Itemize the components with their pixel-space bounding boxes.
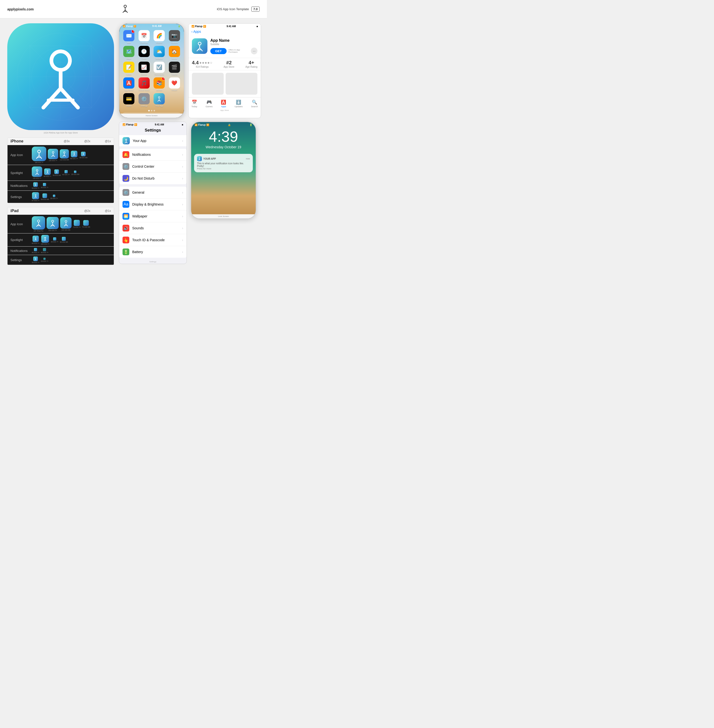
home-app-yourapp[interactable]: Your App: [153, 93, 166, 107]
home-app-clock[interactable]: 🕐 Clock: [138, 46, 151, 60]
ipad-settings-29: [44, 258, 46, 260]
as-nav-today[interactable]: 📅 Today: [191, 99, 197, 108]
iphone-header: iPhone @3x @2x @1x: [8, 138, 114, 145]
big-app-icon: [7, 23, 114, 130]
home-app-photos[interactable]: 🌈 Photos: [153, 30, 166, 44]
yourapp-home-label: Your App: [155, 105, 163, 107]
back-label: Apps: [194, 30, 201, 33]
rating-value: 4.4: [192, 60, 199, 66]
rank-item: #2 App Store: [224, 60, 234, 68]
screenshot-1: [192, 73, 224, 95]
settings-panel: 📶 Flarup 🛜 9:41 AM ■ Settings Your App ›: [119, 122, 187, 264]
appstore-status-bar: 📶 Flarup 🛜 9:41 AM ■: [189, 24, 261, 28]
home-app-mail[interactable]: ✉️ 1 Mail: [122, 30, 136, 44]
svg-point-23: [52, 152, 54, 153]
icon-item: 58 iOS 5/6: [80, 152, 87, 158]
dnd-icon-box: 🌙: [123, 175, 129, 182]
general-label: General: [132, 191, 179, 194]
settings-yourapp-row[interactable]: Your App ›: [119, 135, 187, 146]
appstore-subtitle: Subtitle: [210, 43, 257, 46]
ipad-spotlight-80: [33, 236, 39, 242]
clock-label: Clock: [142, 57, 147, 60]
notif-more: Press for more: [197, 167, 250, 170]
as-nav-games[interactable]: 🎮 Games: [206, 99, 213, 108]
touchid-icon-box: 👆: [123, 237, 129, 243]
dock: 📞 🧭 💬 🎵: [121, 113, 182, 114]
home-app-calendar[interactable]: 📅 Calendar: [138, 30, 151, 44]
settings-notifications-row[interactable]: 🔔 Notifications ›: [119, 149, 187, 161]
home-app-wallet[interactable]: 💳 Wallet: [122, 93, 136, 107]
get-button[interactable]: GET: [210, 48, 226, 54]
page-dots: [119, 109, 184, 113]
as-time: 9:41 AM: [226, 25, 236, 28]
chevron-right-icon: ›: [182, 139, 183, 143]
lock-screen-label: Lock Screen: [191, 214, 256, 218]
home-app-notes[interactable]: 📝 Notes: [122, 62, 136, 75]
left-panel: 1024 Retina App Icon for App Store iPhon…: [7, 23, 114, 269]
apps-nav-icon: 🅰️: [221, 99, 226, 105]
settings-status-bar: 📶 Flarup 🛜 9:41 AM ■: [119, 122, 187, 127]
settings-touchid-row[interactable]: 👆 Touch ID & Passcode ›: [119, 234, 187, 246]
reminders-icon: ☑️: [154, 62, 165, 73]
ipad-notif-icons: 40 iOS 7+ 40 iOS 7+: [32, 248, 111, 253]
home-app-appstore[interactable]: 🅰️ App Store: [122, 77, 136, 91]
iphone-spotlight-row: Spotlight 130 iOS 7+ 80 iOS 7+: [8, 165, 114, 181]
ipad-icon-item: 152 iOS 7+: [46, 217, 59, 231]
settings-group-2: ⚙️ General › Aa Display & Brightness › 🌅…: [119, 187, 187, 258]
home-app-reminders[interactable]: ☑️ Reminders: [153, 62, 166, 75]
svg-point-103: [198, 42, 201, 45]
home-app-itunes[interactable]: 🎵 iTunes Store: [138, 77, 151, 91]
settings-dnd-row[interactable]: 🌙 Do Not Disturb ›: [119, 173, 187, 184]
notif-app-icon: [197, 156, 202, 161]
lock-signal: 📶 Flarup 🛜: [195, 123, 209, 126]
settings-sounds-row[interactable]: 🔊 Sounds ›: [119, 222, 187, 234]
home-app-grid: ✉️ 1 Mail 📅 Calendar: [119, 24, 184, 109]
svg-line-26: [53, 155, 55, 157]
phone-mockup: 📶 Flarup 🛜 9:41 AM 🔋 ✉️ 1: [119, 23, 184, 118]
as-nav-updates[interactable]: ⬇️ Updates: [235, 99, 243, 108]
svg-line-81: [66, 224, 68, 226]
svg-line-21: [39, 156, 42, 158]
lock-background: 📶 Flarup 🛜 🔒 🔋 4:39 Wednesday October 19: [191, 122, 256, 214]
icon-item: 87 iOS 7+: [32, 192, 39, 201]
app-icon-130: [48, 149, 58, 159]
ibooks-label: iBooks: [156, 89, 162, 91]
settings-display-row[interactable]: Aa Display & Brightness ›: [119, 198, 187, 210]
settings-wallpaper-row[interactable]: 🌅 Wallpaper ›: [119, 210, 187, 222]
home-app-stocks[interactable]: 📈 Stocks: [138, 62, 151, 75]
age-label: Age Rating: [246, 66, 257, 68]
settings-control-center-row[interactable]: ⚙️ Control Center ›: [119, 161, 187, 173]
home-app-ibooks[interactable]: 📚 1 iBooks: [153, 77, 166, 91]
wallpaper-label: Wallpaper: [132, 214, 179, 218]
spotlight-size-130: 130 iOS 7+: [33, 177, 41, 179]
chevron-right-icon: ›: [182, 214, 183, 218]
settings-general-row[interactable]: ⚙️ General ›: [119, 187, 187, 198]
home-app-settings[interactable]: ⚙️ Settings: [138, 93, 151, 107]
appstore-back-btn[interactable]: ‹ Apps: [189, 28, 261, 35]
iphone-notifications-icons: 58 iOS 7+ 40 iOS 7+: [32, 182, 111, 189]
weather-label: Weather: [156, 57, 163, 60]
home-app-maps[interactable]: 🗺️ Maps: [122, 46, 136, 60]
icon-size-114: 114 iOS 5/6: [60, 159, 69, 161]
as-nav-search[interactable]: 🔍 Search: [251, 99, 258, 108]
settings-battery-row[interactable]: 🔋 Battery ›: [119, 246, 187, 258]
battery-icon-box: 🔋: [123, 249, 129, 255]
chevron-left-icon: ‹: [191, 30, 193, 33]
status-time: 9:41 AM: [152, 25, 162, 27]
as-nav-apps[interactable]: 🅰️ Apps: [221, 99, 226, 108]
home-app-home[interactable]: 🏠 Home: [168, 46, 181, 60]
phone-status-bar: 📶 Flarup 🛜 9:41 AM 🔋: [119, 24, 184, 28]
lock-time: 4:39: [191, 127, 256, 144]
ipad-size-167: 167 iPad Pro: [33, 230, 43, 232]
icon-item: 114 iOS 5/6: [60, 149, 69, 161]
touchid-label: Touch ID & Passcode: [132, 238, 179, 242]
phone-mockup-container: 📶 Flarup 🛜 9:41 AM 🔋 ✉️ 1: [119, 23, 184, 118]
home-app-weather[interactable]: ⛅ Weather: [153, 46, 166, 60]
home-app-camera[interactable]: 📷 Camera: [168, 30, 181, 44]
home-app-videos[interactable]: 🎬 Videos: [168, 62, 181, 75]
stars-display: ★★★★☆: [199, 61, 213, 65]
ipad-icon-152: [46, 217, 59, 229]
more-button[interactable]: ···: [251, 48, 257, 54]
notifications-label: Notifications: [132, 153, 179, 156]
home-app-health[interactable]: ❤️ Health: [168, 77, 181, 91]
